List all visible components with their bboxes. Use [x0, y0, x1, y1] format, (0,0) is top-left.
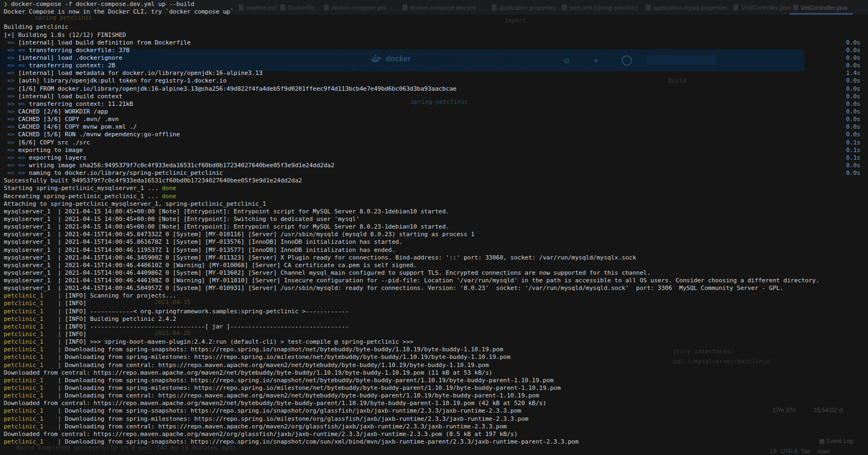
terminal-text-segment: CACHED [3/6] COPY .mvn/ .mvn	[18, 116, 119, 123]
terminal-text-segment: [INFO] --------------------------------[…	[65, 323, 349, 330]
terminal-text-segment: ❯	[4, 1, 11, 8]
terminal-text-segment: mysqlserver_1 |	[4, 285, 65, 292]
terminal-text-segment: Downloading from spring-milestones: http…	[65, 353, 510, 361]
terminal-text-segment: [1/6] FROM docker.io/library/openjdk:16-…	[18, 85, 457, 92]
terminal-text-segment: =>	[4, 69, 18, 77]
terminal-text-segment: =>	[4, 93, 18, 100]
terminal-text-segment: => =>	[4, 169, 29, 176]
terminal-line: => [internal] load metadata for docker.i…	[4, 69, 868, 77]
terminal-text-segment: [INFO] Building petclinic 2.4.2	[65, 315, 176, 323]
terminal-text-segment: mysqlserver_1 |	[4, 254, 65, 261]
terminal-text-segment: mysqlserver_1 |	[4, 208, 65, 215]
terminal-text-segment: petclinic_1 |	[4, 438, 65, 445]
terminal-line: [+] Building 1.8s (12/12) FINISHED	[4, 31, 868, 39]
terminal-text-segment: => =>	[4, 154, 29, 161]
terminal-text-segment: Downloading from spring-snapshots: https…	[65, 346, 503, 353]
terminal-output[interactable]: ❯ docker-compose -f docker-compose.dev.y…	[0, 0, 868, 455]
terminal-text-segment: transferring context: 11.21kB	[29, 100, 133, 108]
terminal-text-segment: =>	[4, 54, 18, 61]
terminal-line: petclinic_1 | Downloading from spring-sn…	[4, 438, 868, 446]
terminal-text-segment: petclinic_1 |	[4, 353, 65, 361]
terminal-line: => => writing image sha256:9495379f7c0c4…	[4, 162, 868, 169]
terminal-text-segment: petclinic_1 |	[4, 323, 65, 330]
terminal-text-segment: Downloading from spring-snapshots: https…	[65, 377, 554, 384]
terminal-text-segment: 2021-04-15 14:00:45+00:00 [Note] [Entryp…	[65, 223, 450, 230]
terminal-text-segment: =>	[4, 108, 18, 115]
terminal-text-segment: [auth] library/openjdk:pull token for re…	[18, 77, 227, 84]
terminal-line: ❯ docker-compose -f docker-compose.dev.y…	[4, 1, 868, 8]
terminal-text-segment: CACHED [4/6] COPY mvnw pom.xml ./	[18, 123, 137, 130]
build-step-duration: 0.1s	[846, 154, 861, 162]
terminal-text-segment: =>	[4, 116, 18, 123]
terminal-line: Starting spring-petclinic_mysqlserver_1 …	[4, 185, 868, 192]
terminal-text-segment: [internal] load metadata for docker.io/l…	[18, 69, 263, 77]
terminal-text-segment: done	[162, 193, 176, 200]
terminal-text-segment: Downloading from spring-milestones: http…	[65, 415, 528, 422]
terminal-text-segment: Downloading from central: https://repo.m…	[65, 423, 507, 430]
terminal-line: => [auth] library/openjdk:pull token for…	[4, 77, 868, 85]
terminal-line: mysqlserver_1 | 2021-04-15T14:00:46.5049…	[4, 285, 868, 292]
terminal-line: => exporting to image0.1s	[4, 147, 868, 154]
terminal-text-segment: petclinic_1 |	[4, 346, 65, 353]
terminal-text-segment: =>	[4, 85, 18, 92]
terminal-line: petclinic_1 | [INFO]	[4, 300, 868, 307]
terminal-text-segment: => =>	[4, 62, 29, 69]
terminal-line: => CACHED [3/6] COPY .mvn/ .mvn0.0s	[4, 116, 868, 123]
terminal-line: petclinic_1 | [INFO] Building petclinic …	[4, 315, 868, 323]
terminal-line: petclinic_1 | [INFO] >>> spring-boot-mav…	[4, 338, 868, 346]
terminal-text-segment: [INFO] ------------< org.springframework…	[65, 308, 349, 315]
terminal-text-segment: Building petclinic	[4, 23, 68, 30]
terminal-text-segment: Downloaded from central: https://repo.ma…	[4, 369, 493, 376]
terminal-text-segment: => =>	[4, 162, 29, 169]
terminal-text-segment: 2021-04-15T14:00:46.345900Z 0 [System] […	[65, 254, 636, 261]
terminal-line: Downloaded from central: https://repo.ma…	[4, 431, 868, 438]
terminal-text-segment: 2021-04-15 14:00:45+00:00 [Note] [Entryp…	[65, 216, 360, 223]
terminal-text-segment: [+] Building 1.8s (12/12) FINISHED	[4, 31, 126, 39]
terminal-text-segment: =>	[4, 147, 18, 154]
terminal-line: => CACHED [2/6] WORKDIR /app0.0s	[4, 108, 868, 116]
terminal-text-segment: docker-compose -f docker-compose.dev.yml…	[11, 1, 194, 8]
screen: readme.mdDockerfiledocker-compose.ymldoc…	[0, 0, 868, 455]
terminal-text-segment: Docker Compose is now in the Docker CLI,…	[4, 8, 234, 15]
terminal-line: => => transferring context: 2B0.0s	[4, 62, 868, 69]
terminal-text-segment: 2021-04-15 14:00:45+00:00 [Note] [Entryp…	[65, 208, 450, 215]
terminal-text-segment: CACHED [5/6] RUN ./mvnw dependency:go-of…	[18, 131, 180, 138]
terminal-line: => => naming to docker.io/library/spring…	[4, 169, 868, 177]
terminal-text-segment: 2021-04-15T14:00:46.119537Z 1 [System] […	[65, 247, 395, 254]
terminal-text-segment: [internal] load .dockerignore	[18, 54, 123, 61]
terminal-line: petclinic_1 | Downloading from spring-mi…	[4, 353, 868, 361]
terminal-line	[4, 16, 868, 23]
terminal-text-segment: [INFO]	[65, 331, 87, 338]
terminal-text-segment: Recreating spring-petclinic_petclinic_1 …	[4, 193, 162, 200]
build-step-duration: 0.1s	[846, 147, 861, 154]
terminal-text-segment: mysqlserver_1 |	[4, 216, 65, 223]
terminal-text-segment: mysqlserver_1 |	[4, 231, 65, 238]
build-step-duration: 0.0s	[846, 116, 861, 123]
terminal-line: => => transferring context: 11.21kB0.0s	[4, 100, 868, 108]
terminal-text-segment: [INFO]	[65, 300, 87, 307]
build-step-duration: 0.0s	[846, 100, 861, 108]
terminal-line: Attaching to spring-petclinic_mysqlserve…	[4, 200, 868, 208]
terminal-text-segment: done	[162, 185, 176, 192]
terminal-line: => => exporting layers0.1s	[4, 154, 868, 162]
terminal-text-segment: mysqlserver_1 |	[4, 277, 65, 284]
terminal-text-segment: petclinic_1 |	[4, 315, 65, 323]
terminal-line: petclinic_1 | [INFO] Scanning for projec…	[4, 292, 868, 300]
terminal-line: Downloaded from central: https://repo.ma…	[4, 400, 868, 407]
build-step-duration: 0.0s	[846, 123, 861, 131]
terminal-text-segment: => =>	[4, 100, 29, 108]
terminal-text-segment: exporting layers	[29, 154, 86, 161]
terminal-line: Successfully built 9495379f7c0c4f933eda1…	[4, 177, 868, 185]
terminal-line: petclinic_1 | Downloading from spring-sn…	[4, 346, 868, 353]
terminal-text-segment: 2021-04-15T14:00:46.504957Z 0 [System] […	[65, 285, 784, 292]
terminal-line: petclinic_1 | [INFO] -------------------…	[4, 323, 868, 331]
terminal-text-segment: petclinic_1 |	[4, 300, 65, 307]
terminal-text-segment: 2021-04-15T14:00:46.440610Z 0 [Warning] …	[65, 262, 417, 269]
terminal-text-segment: mysqlserver_1 |	[4, 247, 65, 254]
terminal-text-segment: transferring context: 2B	[29, 62, 115, 69]
terminal-text-segment: naming to docker.io/library/spring-petcl…	[29, 169, 223, 176]
terminal-text-segment: 2021-04-15T14:00:45.861678Z 1 [System] […	[65, 238, 403, 245]
terminal-line: mysqlserver_1 | 2021-04-15T14:00:46.1195…	[4, 247, 868, 254]
terminal-text-segment: => =>	[4, 47, 29, 54]
terminal-line: => [internal] load build context0.0s	[4, 93, 868, 100]
